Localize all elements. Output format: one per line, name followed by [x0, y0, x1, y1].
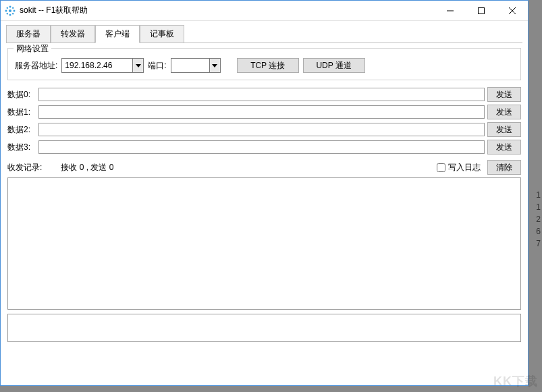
chevron-down-icon[interactable] — [132, 59, 143, 72]
write-log-checkbox[interactable]: 写入日志 — [437, 162, 481, 173]
tab-underline — [6, 43, 522, 43]
data-label: 数据0: — [7, 89, 36, 101]
svg-point-5 — [7, 7, 8, 8]
svg-point-7 — [7, 13, 8, 14]
tab-label: 记事板 — [150, 29, 174, 38]
tcp-connect-button[interactable]: TCP 连接 — [237, 58, 299, 73]
titlebar: sokit -- F1获取帮助 — [1, 1, 528, 21]
tab-label: 服务器 — [16, 29, 40, 38]
log-textarea[interactable] — [7, 177, 521, 310]
tab-notepad[interactable]: 记事板 — [140, 25, 184, 43]
data-input-2[interactable] — [38, 123, 485, 136]
tab-label: 转发器 — [61, 29, 85, 38]
data-input-0[interactable] — [38, 88, 485, 101]
send-button-1[interactable]: 发送 — [487, 105, 521, 119]
svg-point-2 — [9, 13, 11, 16]
background-numbers: 1 1 2 6 7 — [536, 189, 541, 250]
maximize-button[interactable] — [466, 1, 497, 20]
write-log-check-input[interactable] — [437, 163, 445, 172]
svg-point-3 — [5, 9, 7, 11]
server-address-combo[interactable] — [61, 58, 144, 73]
tab-content: 网络设置 服务器地址: 端口: TCP 连接 UDP 通道 数据0: — [1, 44, 528, 346]
close-button[interactable] — [497, 1, 528, 20]
chevron-down-icon[interactable] — [209, 59, 220, 72]
tab-server[interactable]: 服务器 — [6, 25, 51, 43]
data-row-3: 数据3: 发送 — [7, 140, 521, 155]
log-title: 收发记录: — [7, 162, 42, 173]
svg-point-8 — [12, 13, 13, 14]
network-settings-group: 网络设置 服务器地址: 端口: TCP 连接 UDP 通道 — [7, 48, 521, 80]
svg-point-6 — [12, 7, 13, 8]
port-combo[interactable] — [171, 58, 221, 73]
data-row-0: 数据0: 发送 — [7, 87, 521, 102]
window-title: sokit -- F1获取帮助 — [20, 5, 435, 16]
tab-strip: 服务器 转发器 客户端 记事板 — [1, 21, 528, 43]
clear-button[interactable]: 清除 — [487, 160, 521, 175]
tab-forwarder[interactable]: 转发器 — [51, 25, 95, 43]
app-icon — [5, 5, 16, 16]
port-input[interactable] — [171, 59, 209, 72]
svg-point-0 — [9, 9, 11, 12]
data-label: 数据3: — [7, 142, 36, 153]
data-label: 数据2: — [7, 124, 36, 136]
send-button-3[interactable]: 发送 — [487, 140, 521, 155]
status-textarea[interactable] — [7, 314, 521, 342]
data-row-1: 数据1: 发送 — [7, 105, 521, 119]
send-button-2[interactable]: 发送 — [487, 122, 521, 137]
data-input-1[interactable] — [38, 105, 485, 119]
udp-channel-button[interactable]: UDP 通道 — [303, 58, 365, 73]
log-header: 收发记录: 接收 0 , 发送 0 写入日志 清除 — [7, 160, 521, 175]
app-window: sokit -- F1获取帮助 服务器 转发器 客户端 记事板 网络设置 服务器… — [0, 0, 529, 386]
port-label: 端口: — [148, 60, 166, 72]
minimize-button[interactable] — [435, 1, 466, 20]
checkbox-label: 写入日志 — [448, 162, 481, 173]
data-label: 数据1: — [7, 107, 36, 118]
tab-client[interactable]: 客户端 — [95, 25, 140, 43]
watermark-text: KK下载 — [493, 373, 538, 389]
tab-label: 客户端 — [105, 29, 130, 38]
svg-rect-10 — [479, 7, 485, 13]
svg-point-1 — [9, 5, 11, 7]
group-legend: 网络设置 — [13, 43, 51, 55]
data-row-2: 数据2: 发送 — [7, 122, 521, 137]
log-stats: 接收 0 , 发送 0 — [61, 162, 113, 173]
send-button-0[interactable]: 发送 — [487, 87, 521, 102]
server-address-input[interactable] — [62, 59, 132, 72]
svg-point-4 — [13, 9, 16, 11]
server-address-label: 服务器地址: — [15, 60, 57, 72]
data-input-3[interactable] — [38, 140, 485, 154]
